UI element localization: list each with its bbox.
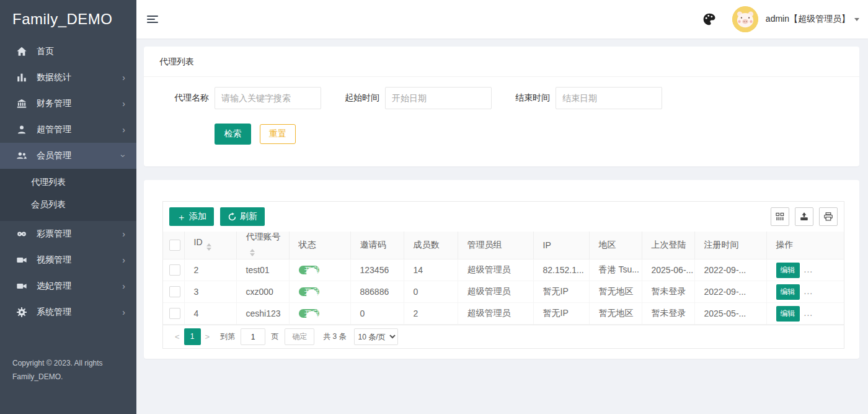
sidebar-item-label: 数据统计: [37, 72, 71, 83]
sidebar-item-members[interactable]: 会员管理 ›: [0, 143, 136, 169]
cell-invite-code: 0: [350, 303, 404, 325]
video-camera-icon: [16, 254, 27, 266]
sidebar: Family_DEMO 首页 数据统计 › 财务管理 › 超管管理 › 会员管理…: [0, 0, 136, 414]
column-id[interactable]: ID: [184, 232, 236, 259]
end-time-field: 结束时间: [515, 87, 662, 109]
cell-admin-group: 超级管理员: [458, 303, 533, 325]
cell-ip: 暂无IP: [533, 303, 589, 325]
sidebar-item-label: 系统管理: [37, 307, 71, 318]
cell-last-login: 暂未登录: [642, 303, 694, 325]
row-checkbox[interactable]: [169, 264, 180, 276]
avatar[interactable]: [732, 6, 758, 32]
cell-account: test01: [236, 259, 289, 281]
refresh-button[interactable]: 刷新: [220, 207, 265, 226]
more-actions[interactable]: ...: [804, 286, 813, 296]
sidebar-item-label: 会员管理: [37, 150, 71, 161]
column-member-count: 成员数: [404, 232, 458, 259]
status-toggle[interactable]: 开启: [299, 309, 319, 318]
user-menu[interactable]: admin【超级管理员】: [766, 14, 850, 25]
end-time-label: 结束时间: [515, 92, 550, 104]
edit-button[interactable]: 编辑: [776, 284, 800, 300]
sidebar-subitem-member-list[interactable]: 会员列表: [0, 193, 136, 215]
agent-name-label: 代理名称: [174, 92, 209, 104]
copyright: Copyright © 2023. All rights Family_DEMO…: [12, 356, 127, 384]
sidebar-item-statistics[interactable]: 数据统计 ›: [0, 65, 136, 91]
prev-page-button[interactable]: <: [170, 332, 184, 341]
more-actions[interactable]: ...: [804, 308, 813, 318]
menu-toggle-icon[interactable]: [147, 14, 158, 25]
bank-icon: [16, 98, 27, 109]
data-table-container: ＋ 添加 刷新: [162, 201, 844, 349]
gear-icon: [16, 307, 27, 318]
start-date-input[interactable]: [385, 87, 492, 109]
cell-invite-code: 123456: [350, 259, 404, 281]
cell-id: 3: [184, 281, 236, 303]
sort-icon[interactable]: [206, 241, 211, 253]
goto-confirm-button[interactable]: 确定: [285, 328, 314, 345]
add-button[interactable]: ＋ 添加: [169, 207, 214, 226]
chevron-right-icon: ›: [122, 125, 125, 134]
bar-chart-icon: [16, 72, 27, 83]
users-icon: [16, 150, 27, 161]
export-button[interactable]: [795, 207, 813, 226]
sidebar-submenu: 代理列表 会员列表: [0, 169, 136, 221]
sidebar-item-label: 首页: [37, 46, 54, 57]
column-last-login: 上次登陆: [642, 232, 694, 259]
sidebar-item-system[interactable]: 系统管理 ›: [0, 299, 136, 325]
plus-icon: ＋: [177, 212, 186, 222]
chevron-right-icon: ›: [122, 73, 125, 82]
sort-icon[interactable]: [250, 246, 255, 259]
sidebar-item-home[interactable]: 首页: [0, 38, 136, 65]
column-account[interactable]: 代理账号: [236, 232, 289, 259]
column-ip: IP: [533, 232, 589, 259]
reset-button[interactable]: 重置: [260, 124, 296, 144]
cell-member-count: 14: [404, 259, 458, 281]
select-all-checkbox[interactable]: [169, 240, 180, 251]
cell-register-time: 2022-09-...: [694, 281, 766, 303]
end-date-input[interactable]: [556, 87, 662, 109]
search-button[interactable]: 检索: [215, 124, 251, 145]
next-page-button[interactable]: >: [201, 332, 215, 341]
row-checkbox[interactable]: [169, 286, 180, 297]
chevron-right-icon: ›: [122, 99, 125, 108]
print-button[interactable]: [819, 207, 838, 226]
edit-button[interactable]: 编辑: [776, 263, 800, 278]
goto-page-input[interactable]: [241, 328, 265, 345]
table-toolbar: ＋ 添加 刷新: [163, 202, 844, 232]
refresh-icon: [228, 212, 237, 222]
goto-page-label: 到第: [220, 331, 235, 342]
sidebar-item-xuanfei[interactable]: 选妃管理 ›: [0, 273, 136, 299]
cell-admin-group: 超级管理员: [458, 281, 533, 303]
status-toggle[interactable]: 开启: [299, 287, 319, 296]
column-register-time: 注册时间: [694, 232, 766, 259]
page-title: 代理列表: [144, 47, 859, 77]
cell-region: 香港 Tsu...: [589, 259, 642, 281]
theme-palette-icon[interactable]: [702, 12, 716, 26]
home-icon: [16, 46, 27, 57]
sidebar-item-label: 彩票管理: [37, 228, 71, 240]
column-actions: 操作: [766, 232, 844, 259]
chevron-down-icon: ›: [120, 155, 128, 158]
table-row: 3 cxz000 开启 886886 0 超级管理员 暂无IP 暂无地区 暂未登…: [163, 281, 844, 303]
cell-id: 2: [184, 259, 236, 281]
sidebar-subitem-agent-list[interactable]: 代理列表: [0, 171, 136, 193]
cell-region: 暂无地区: [589, 281, 642, 303]
sidebar-item-lottery[interactable]: 彩票管理 ›: [0, 221, 136, 247]
filter-columns-button[interactable]: [771, 207, 789, 226]
sidebar-item-superadmin[interactable]: 超管管理 ›: [0, 117, 136, 143]
chevron-right-icon: ›: [122, 282, 125, 290]
row-checkbox[interactable]: [169, 308, 180, 319]
sidebar-item-finance[interactable]: 财务管理 ›: [0, 91, 136, 117]
app-logo: Family_DEMO: [0, 0, 136, 38]
status-toggle[interactable]: 开启: [299, 266, 319, 274]
start-time-label: 起始时间: [345, 92, 379, 104]
more-actions[interactable]: ...: [804, 264, 813, 274]
current-page[interactable]: 1: [184, 328, 201, 345]
edit-button[interactable]: 编辑: [776, 306, 800, 322]
sidebar-item-video[interactable]: 视频管理 ›: [0, 247, 136, 273]
page-unit-label: 页: [271, 331, 278, 342]
page-size-select[interactable]: 10 条/页: [354, 328, 398, 345]
caret-down-icon: [854, 18, 859, 24]
table-panel: ＋ 添加 刷新: [144, 180, 859, 359]
agent-name-input[interactable]: [215, 87, 321, 109]
